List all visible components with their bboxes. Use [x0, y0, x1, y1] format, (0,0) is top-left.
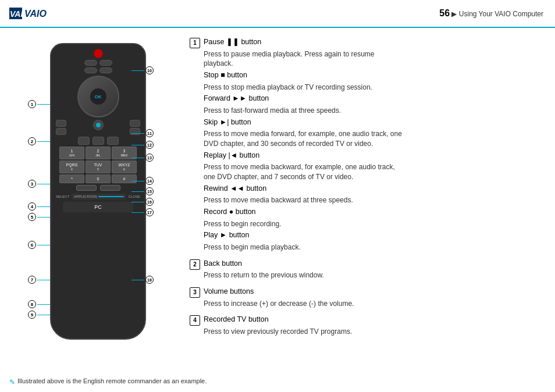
side-btns-row: [51, 120, 145, 135]
callout-number-15: 15: [145, 187, 154, 195]
callout-number-5: 5: [28, 213, 36, 221]
callout-number-4: 4: [28, 202, 36, 211]
vol-plus: [56, 120, 66, 127]
recorded-btn-detail: Press to view previously recorded TV pro…: [204, 327, 543, 337]
pause-btn-label: Pause ❚❚ button: [204, 37, 543, 48]
skip-btn-label: Skip ►| button: [204, 117, 543, 128]
callout-line-13: [131, 158, 144, 158]
play-btn-label: Play ► button: [204, 230, 543, 241]
callout-number-9: 9: [28, 311, 36, 319]
callout-number-3: 3: [28, 180, 36, 188]
desc-item-2: 2 Back button Press to return to the pre…: [190, 259, 543, 282]
page-header: VAIO VAIO 56 ▶ Using Your VAIO Computer: [0, 0, 555, 28]
play-btn-detail: Press to begin media playback.: [204, 243, 543, 252]
dpad-ring: OK: [77, 76, 119, 117]
icon-btns-row: [51, 137, 145, 145]
desc-number-2: 2: [190, 259, 200, 270]
select-label: SELECT: [56, 195, 69, 198]
page-number: 56: [439, 8, 450, 18]
vol-btn-detail: Press to increase (+) or decrease (-) th…: [204, 299, 543, 309]
vol-btn-label: Volume buttons: [204, 287, 543, 297]
callout-number-8: 8: [28, 300, 36, 308]
section-arrow: ▶: [451, 10, 458, 18]
back-btn-label: Back button: [204, 259, 543, 269]
callout-right-13: 13: [131, 154, 154, 162]
app-slider: APPLICATION: [72, 194, 126, 199]
center-icon-btn: [93, 120, 104, 130]
icon-btn-1: [78, 137, 90, 145]
ch-row: [51, 185, 145, 191]
svg-text:VAIO: VAIO: [24, 9, 47, 19]
center-dot: [96, 123, 101, 127]
remote-btn-pause: [84, 60, 97, 66]
callout-line-11: [131, 133, 144, 134]
desc-content-4: Recorded TV button Press to view previou…: [204, 315, 543, 338]
callout-number-10: 10: [145, 66, 154, 74]
dpad-area: OK: [77, 76, 119, 117]
vol-minus: [56, 128, 66, 135]
callout-right-16: 16: [131, 198, 154, 206]
callout-line-18: [131, 280, 144, 280]
callout-right-15: 15: [131, 187, 154, 195]
note-icon: ✎: [9, 378, 15, 386]
callout-line-12: [131, 145, 144, 145]
callout-number-6: 6: [28, 241, 36, 249]
callout-line-10: [131, 70, 144, 71]
icon-btn-3: [107, 137, 119, 145]
callout-line-16: [131, 202, 144, 202]
rec-btn-detail: Press to begin recording.: [204, 219, 543, 229]
app-label: APPLICATION: [74, 195, 97, 198]
callout-number-2: 2: [28, 137, 36, 145]
remote-visual: 1 2 3 4: [27, 37, 155, 340]
desc-content-1: Pause ❚❚ button Press to pause media pla…: [204, 37, 543, 254]
desc-number-1: 1: [190, 38, 200, 48]
icon-btn-2: [92, 137, 104, 145]
desc-item-4: 4 Recorded TV button Press to view previ…: [190, 315, 543, 338]
callout-number-12: 12: [145, 141, 154, 149]
remote-body-container: OK: [50, 43, 131, 340]
stop-btn-label: Stop ■ button: [204, 70, 543, 81]
vaio-logo-svg: VAIO VAIO: [9, 5, 62, 22]
ok-button: OK: [90, 88, 107, 105]
text-section: 1 Pause ❚❚ button Press to pause media p…: [184, 37, 543, 361]
num-0: 0: [86, 174, 111, 183]
callout-number-1: 1: [28, 100, 36, 108]
rew-btn-label: Rewind ◄◄ button: [204, 184, 543, 194]
pc-label: PC: [63, 202, 133, 212]
footer-note: ✎ Illustrated above is the English remot…: [9, 377, 546, 386]
numpad: 1GHI 2JKL 3MNO PQRS4 TUV5 WXYZ6 * 0 #: [51, 147, 145, 183]
fwd-btn-detail: Press to fast-forward media at three spe…: [204, 106, 543, 116]
num-1: 1GHI: [59, 147, 84, 159]
rec-btn-label: Record ● button: [204, 207, 543, 218]
note-text: Illustrated above is the English remote …: [17, 377, 207, 384]
callout-number-7: 7: [28, 276, 36, 284]
callout-right-11: 11: [131, 129, 154, 137]
right-callouts: 10 11 12 13: [133, 37, 155, 340]
callout-number-13: 13: [145, 154, 154, 162]
callout-line-17: [131, 212, 144, 213]
slider-row: SELECT APPLICATION CLOSE: [51, 193, 145, 201]
num-2: 2JKL: [86, 147, 111, 159]
red-button: [94, 49, 103, 58]
pause-btn-detail: Press to pause media playback. Press aga…: [204, 49, 543, 69]
callout-right-10: 10: [131, 66, 154, 74]
callout-number-18: 18: [145, 276, 154, 284]
left-callouts: 1 2 3 4: [27, 37, 49, 340]
left-btns: [56, 120, 66, 135]
remote-btn-stop: [99, 60, 112, 66]
skip-btn-detail: Press to move media forward, for example…: [204, 129, 543, 149]
ch-text: [76, 185, 97, 191]
logo-area: VAIO VAIO: [9, 5, 62, 22]
callout-number-16: 16: [145, 198, 154, 206]
rew-btn-detail: Press to move media backward at three sp…: [204, 195, 543, 205]
ch-text-2: [100, 185, 120, 191]
replay-btn-label: Replay |◄ button: [204, 151, 543, 161]
callout-line-14: [131, 181, 144, 181]
callout-number-11: 11: [145, 129, 154, 137]
callout-line-15: [131, 191, 144, 192]
remote-btn-fwd: [84, 67, 97, 73]
section-title: Using Your VAIO Computer: [459, 10, 543, 18]
num-4: PQRS4: [59, 161, 84, 173]
desc-number-3: 3: [190, 287, 200, 298]
callout-right-12: 12: [131, 141, 154, 149]
